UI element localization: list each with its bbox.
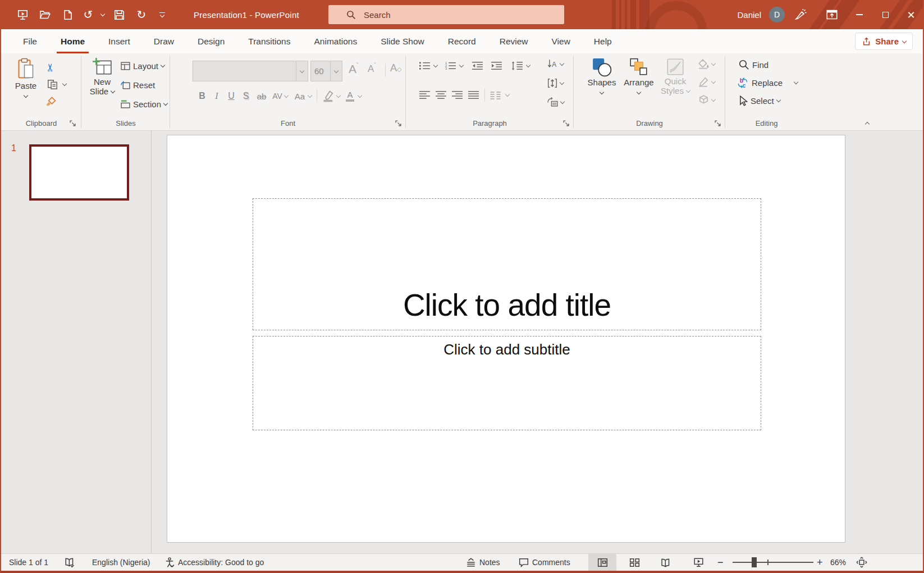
strikethrough-button[interactable]: ab bbox=[253, 89, 270, 103]
copy-dropdown-icon[interactable] bbox=[62, 81, 67, 86]
section-button[interactable]: Section bbox=[121, 97, 167, 111]
redo-icon[interactable]: ↻ bbox=[130, 0, 153, 29]
tab-transitions[interactable]: Transitions bbox=[236, 29, 302, 53]
comments-toggle[interactable]: Comments bbox=[519, 554, 570, 571]
avatar[interactable]: D bbox=[769, 7, 785, 22]
copy-icon[interactable] bbox=[47, 79, 58, 90]
font-dialog-launcher[interactable] bbox=[395, 120, 401, 126]
shrink-font-icon[interactable]: Aˇ bbox=[368, 62, 376, 75]
numbering-dropdown-icon[interactable] bbox=[459, 63, 464, 67]
arrange-button[interactable]: Arrange bbox=[621, 58, 656, 94]
font-color-dropdown-icon[interactable] bbox=[358, 93, 362, 98]
shape-effects-button[interactable] bbox=[698, 95, 715, 105]
user-name[interactable]: Daniel bbox=[737, 10, 761, 20]
align-center-icon[interactable] bbox=[436, 90, 447, 99]
bullets-dropdown-icon[interactable] bbox=[433, 63, 438, 67]
tab-view[interactable]: View bbox=[540, 29, 582, 53]
arrange-dropdown-icon[interactable] bbox=[637, 90, 641, 94]
align-right-icon[interactable] bbox=[452, 90, 463, 99]
zoom-slider-track[interactable] bbox=[733, 562, 813, 563]
save-icon[interactable] bbox=[108, 0, 130, 29]
format-painter-icon[interactable] bbox=[46, 96, 58, 108]
highlight-color-button[interactable] bbox=[322, 90, 335, 102]
align-text-button[interactable] bbox=[547, 78, 564, 88]
start-slideshow-icon[interactable] bbox=[11, 0, 34, 29]
maximize-button[interactable] bbox=[872, 0, 898, 29]
paste-dropdown-icon[interactable] bbox=[24, 93, 28, 98]
feedback-megaphone-icon[interactable] bbox=[785, 8, 817, 21]
notes-toggle[interactable]: Notes bbox=[466, 554, 500, 571]
italic-button[interactable]: I bbox=[209, 89, 224, 103]
font-color-button[interactable]: A bbox=[346, 90, 354, 102]
collapse-ribbon-icon[interactable] bbox=[866, 118, 869, 128]
text-direction-button[interactable]: A bbox=[547, 59, 564, 69]
find-button[interactable]: Find bbox=[739, 58, 769, 71]
tab-animations[interactable]: Animations bbox=[302, 29, 369, 53]
replace-dropdown-icon[interactable] bbox=[794, 80, 798, 84]
font-size-dropdown-icon[interactable] bbox=[330, 61, 342, 81]
fit-slide-to-window-button[interactable] bbox=[856, 554, 867, 571]
grow-font-icon[interactable]: Aˆ bbox=[349, 62, 358, 76]
paste-button[interactable]: Paste bbox=[10, 58, 42, 97]
paragraph-dialog-launcher[interactable] bbox=[563, 120, 569, 126]
new-file-icon[interactable] bbox=[56, 0, 79, 29]
tab-insert[interactable]: Insert bbox=[97, 29, 142, 53]
close-button[interactable]: ✕ bbox=[898, 0, 924, 29]
undo-dropdown-icon[interactable] bbox=[98, 0, 108, 29]
tab-record[interactable]: Record bbox=[436, 29, 488, 53]
tab-draw[interactable]: Draw bbox=[142, 29, 186, 53]
tab-design[interactable]: Design bbox=[186, 29, 236, 53]
accessibility-indicator[interactable]: Accessibility: Good to go bbox=[164, 554, 264, 571]
change-case-button[interactable]: Aa bbox=[291, 89, 308, 103]
spell-check-icon[interactable] bbox=[65, 554, 75, 571]
zoom-level[interactable]: 66% bbox=[830, 554, 846, 571]
share-button[interactable]: Share bbox=[855, 33, 913, 50]
normal-view-button[interactable] bbox=[588, 554, 616, 571]
font-name-combobox[interactable] bbox=[193, 61, 308, 81]
new-slide-dropdown-icon[interactable] bbox=[111, 88, 115, 93]
text-shadow-button[interactable]: S bbox=[239, 89, 253, 103]
new-slide-button[interactable]: New Slide bbox=[86, 58, 118, 96]
columns-dropdown-icon[interactable] bbox=[505, 92, 510, 97]
increase-indent-icon[interactable] bbox=[491, 61, 502, 70]
open-file-icon[interactable] bbox=[34, 0, 56, 29]
slide-sorter-view-button[interactable] bbox=[620, 554, 648, 571]
ribbon-display-options-icon[interactable] bbox=[817, 10, 847, 20]
customize-qat-icon[interactable] bbox=[153, 0, 172, 29]
slide-indicator[interactable]: Slide 1 of 1 bbox=[9, 554, 48, 571]
align-left-icon[interactable] bbox=[419, 90, 431, 99]
justify-icon[interactable] bbox=[468, 90, 479, 99]
layout-button[interactable]: Layout bbox=[121, 59, 164, 72]
select-button[interactable]: Select bbox=[738, 94, 780, 107]
columns-icon[interactable] bbox=[490, 91, 501, 99]
font-name-dropdown-icon[interactable] bbox=[296, 61, 308, 81]
underline-button[interactable]: U bbox=[224, 89, 239, 103]
zoom-slider-thumb[interactable] bbox=[752, 557, 757, 567]
drawing-dialog-launcher[interactable] bbox=[715, 120, 721, 126]
tab-file[interactable]: File bbox=[11, 29, 49, 53]
convert-to-smartart-button[interactable] bbox=[547, 97, 564, 107]
slide-thumbnail-panel[interactable]: 1 bbox=[1, 131, 152, 553]
clear-formatting-icon[interactable]: A◇ bbox=[390, 62, 401, 74]
shapes-button[interactable]: Shapes bbox=[585, 58, 619, 94]
line-spacing-icon[interactable] bbox=[511, 61, 523, 70]
reading-view-button[interactable] bbox=[652, 554, 680, 571]
zoom-slider[interactable] bbox=[733, 554, 813, 571]
tab-review[interactable]: Review bbox=[488, 29, 540, 53]
language-indicator[interactable]: English (Nigeria) bbox=[92, 554, 150, 571]
tab-home[interactable]: Home bbox=[49, 29, 97, 53]
slide-canvas[interactable]: Click to add title Click to add subtitle bbox=[167, 135, 845, 543]
numbering-icon[interactable]: 123 bbox=[445, 61, 456, 70]
cut-icon[interactable]: ✂ bbox=[44, 63, 57, 72]
highlight-dropdown-icon[interactable] bbox=[336, 93, 341, 98]
reset-button[interactable]: Reset bbox=[121, 78, 155, 92]
bullets-icon[interactable] bbox=[419, 61, 431, 70]
search-box[interactable] bbox=[328, 5, 564, 24]
title-placeholder[interactable]: Click to add title bbox=[253, 198, 761, 330]
shape-fill-button[interactable] bbox=[698, 59, 715, 69]
zoom-out-button[interactable]: − bbox=[717, 554, 724, 571]
font-size-combobox[interactable]: 60 bbox=[310, 61, 342, 81]
quick-styles-button[interactable]: Quick Styles bbox=[659, 58, 692, 96]
shape-outline-button[interactable] bbox=[698, 77, 715, 87]
minimize-button[interactable] bbox=[847, 0, 872, 29]
